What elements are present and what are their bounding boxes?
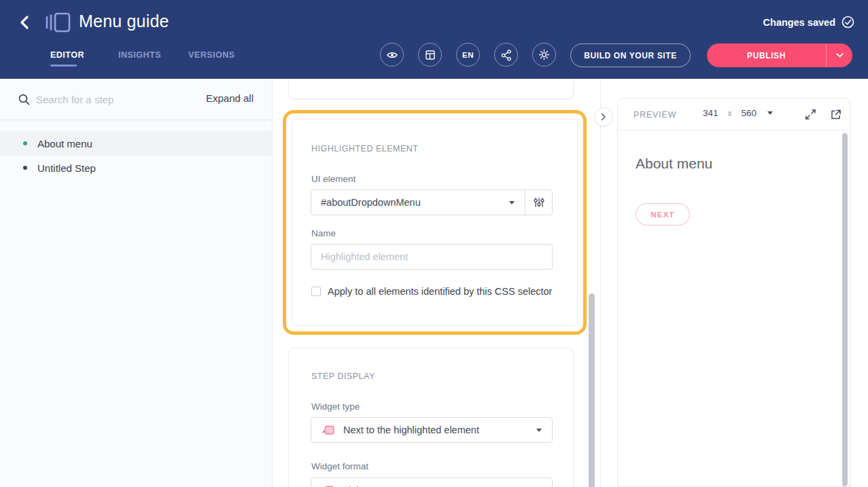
preview-scrollbar[interactable] <box>842 133 848 486</box>
tab-insights[interactable]: INSIGHTS <box>118 50 161 60</box>
active-step-dot <box>23 141 27 145</box>
ui-element-select[interactable]: #aboutDropdownMenu <box>311 190 553 215</box>
ui-element-label: UI element <box>311 174 355 184</box>
tooltip-bubble-icon <box>321 424 335 437</box>
widget-format-select[interactable]: Light <box>311 477 553 487</box>
layout-button[interactable] <box>418 43 442 67</box>
status-badge: Changes saved <box>763 16 854 29</box>
preview-size-select[interactable]: 341 x 560 <box>703 108 773 118</box>
section-title: HIGHLIGHTED ELEMENT <box>311 144 418 154</box>
build-on-your-site-button[interactable]: BUILD ON YOUR SITE <box>570 43 691 67</box>
name-label: Name <box>311 228 336 238</box>
gear-icon <box>538 49 550 60</box>
collapse-preview-button[interactable] <box>594 107 613 126</box>
element-settings-button[interactable] <box>525 190 552 215</box>
preview-width: 341 <box>703 108 718 118</box>
app-window: Menu guide Changes saved EDITOR INSIGHTS… <box>0 0 868 487</box>
ui-element-value: #aboutDropdownMenu <box>321 197 421 208</box>
publish-button[interactable]: PUBLISH <box>707 43 852 67</box>
widget-type-label: Widget type <box>311 401 360 412</box>
status-text: Changes saved <box>763 17 835 28</box>
publish-label: PUBLISH <box>707 43 826 67</box>
tab-versions[interactable]: VERSIONS <box>188 50 235 60</box>
highlighted-element-frame: HIGHLIGHTED ELEMENT UI element #aboutDro… <box>283 110 587 335</box>
back-icon[interactable] <box>18 14 34 31</box>
open-in-new-tab-button[interactable] <box>829 108 842 121</box>
dimension-separator: x <box>728 109 732 118</box>
editor-scrollbar[interactable] <box>589 293 595 487</box>
widget-format-label: Widget format <box>311 461 368 471</box>
step-search-row: Expand all <box>0 79 272 120</box>
eye-icon <box>386 49 398 61</box>
step-label: Untitled Step <box>37 162 96 174</box>
check-circle-icon <box>841 16 854 29</box>
preview-header: PREVIEW 341 x 560 <box>618 98 850 130</box>
preview-title: PREVIEW <box>633 110 676 120</box>
chevron-right-icon <box>601 113 606 121</box>
element-name-input[interactable] <box>311 244 553 270</box>
active-tab-underline <box>50 65 77 67</box>
expand-all-link[interactable]: Expand all <box>206 92 254 104</box>
apply-all-checkbox-row[interactable]: Apply to all elements identified by this… <box>311 286 552 297</box>
language-label: EN <box>462 51 474 59</box>
build-on-your-site-label: BUILD ON YOUR SITE <box>584 51 677 60</box>
share-button[interactable] <box>494 43 518 67</box>
preview-eye-button[interactable] <box>380 43 404 67</box>
next-button[interactable]: NEXT <box>636 203 690 226</box>
diagonal-arrows-icon <box>804 108 817 121</box>
widget-type-value: Next to the highlighted element <box>343 425 479 435</box>
settings-button[interactable] <box>532 43 556 67</box>
external-link-icon <box>829 108 842 121</box>
chevron-down-icon <box>836 53 844 58</box>
steps-sidebar: Expand all About menu Untitled Step <box>0 79 273 487</box>
highlighted-element-card: HIGHLIGHTED ELEMENT UI element #aboutDro… <box>292 119 578 326</box>
publish-dropdown-button[interactable] <box>826 43 852 67</box>
caret-down-icon <box>509 201 515 204</box>
preview-panel: PREVIEW 341 x 560 About menu NEXT <box>617 98 850 487</box>
section-title: STEP DISPLAY <box>311 372 375 381</box>
step-display-card: STEP DISPLAY Widget type Next to the hig… <box>288 348 574 487</box>
language-button[interactable]: EN <box>456 43 480 67</box>
panel-divider <box>600 79 601 487</box>
step-dot <box>23 166 27 170</box>
caret-down-icon <box>536 429 542 432</box>
sidebar-item-about-menu[interactable]: About menu <box>0 131 272 156</box>
step-label: About menu <box>37 138 92 149</box>
tab-editor[interactable]: EDITOR <box>50 50 84 60</box>
caret-down-icon <box>767 111 773 115</box>
browser-layout-icon <box>425 50 436 60</box>
tooltip-bubble-icon <box>321 484 335 487</box>
sliders-icon <box>533 196 545 209</box>
top-navbar: Menu guide Changes saved EDITOR INSIGHTS… <box>0 0 868 79</box>
search-icon <box>18 93 31 106</box>
page-title: Menu guide <box>79 12 169 31</box>
sidebar-item-untitled-step[interactable]: Untitled Step <box>0 156 272 180</box>
preview-step-title: About menu <box>636 156 712 172</box>
checkbox-label: Apply to all elements identified by this… <box>328 286 552 297</box>
search-input[interactable] <box>36 90 158 109</box>
expand-preview-button[interactable] <box>804 108 817 121</box>
share-icon <box>500 49 513 61</box>
widget-type-select[interactable]: Next to the highlighted element <box>311 417 553 443</box>
guide-logo-icon <box>45 12 73 33</box>
preview-height: 560 <box>742 108 757 118</box>
checkbox[interactable] <box>311 287 321 296</box>
